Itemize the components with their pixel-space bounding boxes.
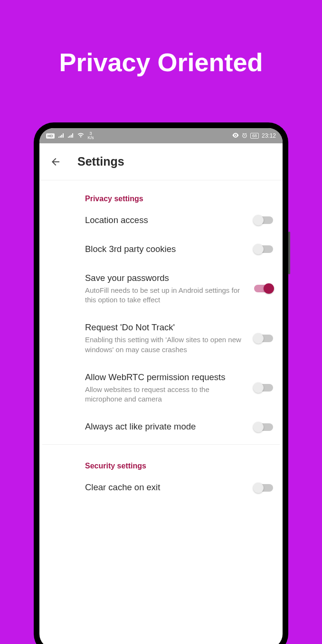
back-button[interactable] <box>47 153 64 170</box>
toggle-block-cookies[interactable] <box>254 245 273 253</box>
setting-title: Save your passwords <box>85 272 248 284</box>
hero-title: Privacy Oriented <box>0 0 322 77</box>
speed-unit: K/s <box>88 136 94 140</box>
setting-save-passwords[interactable]: Save your passwords AutoFill needs to be… <box>42 264 280 313</box>
signal-icon <box>58 132 64 139</box>
toggle-private-mode[interactable] <box>254 423 273 431</box>
toggle-do-not-track[interactable] <box>254 335 273 342</box>
alarm-icon <box>242 132 247 140</box>
status-right: 68 23:12 <box>232 132 276 140</box>
setting-title: Location access <box>85 215 248 226</box>
section-header-security: Security settings <box>42 448 280 473</box>
setting-location-access[interactable]: Location access <box>42 206 280 235</box>
app-bar: Settings <box>39 143 283 180</box>
page-title: Settings <box>77 155 124 168</box>
wifi-icon <box>77 132 84 139</box>
phone-side-button <box>288 232 290 274</box>
setting-subtitle: AutoFill needs to be set up in Android s… <box>85 286 248 305</box>
clock-text: 23:12 <box>262 132 276 139</box>
setting-title: Always act like private mode <box>85 421 248 433</box>
signal-icon <box>68 132 74 139</box>
arrow-left-icon <box>50 156 61 168</box>
setting-title: Request 'Do Not Track' <box>85 322 248 334</box>
setting-title: Clear cache on exit <box>85 482 248 494</box>
status-bar: HD 3 K/s <box>39 128 283 143</box>
section-divider <box>42 444 280 445</box>
setting-private-mode[interactable]: Always act like private mode <box>42 412 280 441</box>
status-left: HD 3 K/s <box>46 131 94 140</box>
setting-do-not-track[interactable]: Request 'Do Not Track' Enabling this set… <box>42 313 280 363</box>
toggle-clear-cache[interactable] <box>254 484 273 492</box>
setting-subtitle: Enabling this setting with 'Allow sites … <box>85 335 248 355</box>
setting-webrtc[interactable]: Allow WebRTC permission requests Allow w… <box>42 363 280 412</box>
setting-title: Block 3rd party cookies <box>85 243 248 255</box>
screen: HD 3 K/s <box>39 128 283 644</box>
setting-title: Allow WebRTC permission requests <box>85 372 248 383</box>
section-header-privacy: Privacy settings <box>42 180 280 206</box>
hd-icon: HD <box>46 133 55 139</box>
eye-icon <box>232 132 239 139</box>
settings-list[interactable]: Privacy settings Location access Block 3… <box>39 180 283 644</box>
setting-clear-cache[interactable]: Clear cache on exit <box>42 473 280 502</box>
setting-subtitle: Allow websites to request access to the … <box>85 385 248 404</box>
toggle-webrtc[interactable] <box>254 384 273 392</box>
toggle-save-passwords[interactable] <box>254 285 273 292</box>
toggle-location-access[interactable] <box>254 216 273 224</box>
network-speed: 3 K/s <box>88 131 94 140</box>
phone-frame: HD 3 K/s <box>34 122 288 644</box>
setting-block-cookies[interactable]: Block 3rd party cookies <box>42 235 280 264</box>
battery-icon: 68 <box>250 133 259 139</box>
